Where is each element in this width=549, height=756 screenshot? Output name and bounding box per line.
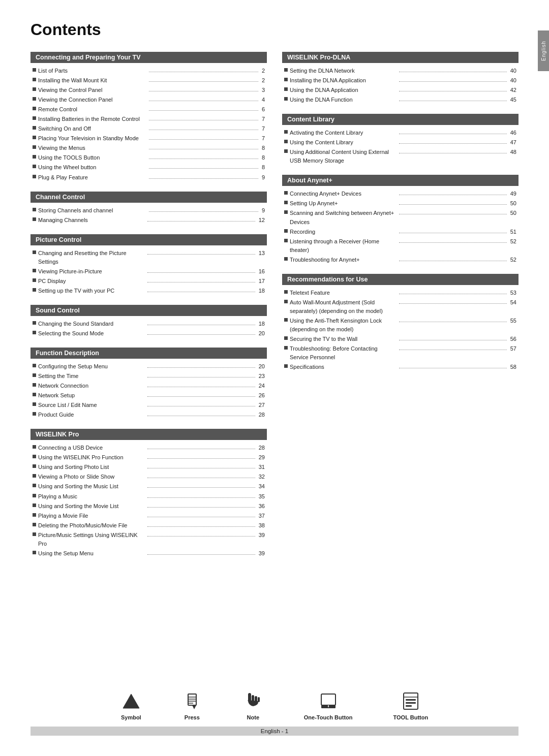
section-items-picture: Changing and Resetting the Picture Setti… — [30, 248, 267, 296]
item-dots — [399, 335, 507, 340]
bullet-icon — [33, 393, 36, 396]
bullet-icon — [284, 346, 288, 350]
list-item: Using the Wheel button8 — [33, 163, 265, 172]
bullet-icon — [33, 68, 36, 72]
list-item: Teletext Feature53 — [284, 288, 516, 298]
item-dots — [149, 86, 258, 91]
symbol-icon: Symbol — [121, 691, 141, 720]
list-item: Connecting Anynet+ Devices49 — [284, 189, 516, 199]
item-page: 36 — [257, 502, 265, 511]
item-page: 7 — [260, 115, 265, 123]
item-page: 7 — [260, 124, 265, 133]
item-page: 6 — [260, 105, 265, 114]
bullet-icon — [33, 503, 36, 507]
footer-icon-label: Note — [247, 714, 259, 720]
item-dots — [399, 129, 507, 134]
item-dots — [149, 144, 258, 149]
one-touch-icon — [318, 691, 339, 711]
footer-icons: Symbol Press Note One-Touch Button — [30, 691, 518, 720]
list-item: Deleting the Photo/Music/Movie File38 — [33, 521, 265, 530]
tool-button-icon: TOOL Button — [393, 691, 429, 720]
item-page: 8 — [260, 144, 265, 152]
press-icon: Press — [182, 691, 202, 720]
bullet-icon — [284, 97, 288, 101]
item-label: Using and Sorting Photo List — [38, 463, 146, 471]
list-item: Connecting a USB Device28 — [33, 443, 265, 453]
item-page: 55 — [508, 317, 516, 334]
item-label: Using the Anti-Theft Kensington Lock (de… — [290, 317, 398, 334]
item-page: 53 — [508, 289, 516, 297]
list-item: Setting up the TV with your PC18 — [33, 286, 265, 296]
bullet-icon — [33, 165, 36, 168]
list-item: Viewing a Photo or Slide Show32 — [33, 472, 265, 482]
item-dots — [399, 256, 507, 261]
footer-icon-label: Symbol — [121, 714, 141, 720]
item-label: Activating the Content Library — [290, 129, 398, 137]
item-label: Playing a Movie File — [38, 512, 146, 520]
section-items-sound: Changing the Sound Standard18Selecting t… — [30, 319, 267, 338]
item-page: 46 — [508, 129, 516, 137]
svg-rect-18 — [406, 705, 412, 707]
item-page: 18 — [257, 320, 265, 328]
list-item: Specifications58 — [284, 362, 516, 372]
bullet-icon — [284, 201, 288, 204]
section-wiselink: WISELINK ProConnecting a USB Device28Usi… — [30, 429, 267, 558]
item-page: 49 — [508, 190, 516, 198]
section-items-wiselink-dlna: Setting the DLNA Network40Installing the… — [282, 66, 518, 105]
item-dots — [399, 317, 507, 322]
bullet-icon — [33, 87, 36, 91]
item-dots — [399, 298, 507, 304]
item-page: 58 — [508, 363, 516, 371]
contents-layout: Connecting and Preparing Your TVList of … — [30, 52, 518, 568]
bullet-icon — [33, 175, 36, 178]
section-header-channel: Channel Control — [30, 192, 267, 203]
bullet-icon — [284, 300, 288, 303]
item-label: Playing a Music — [38, 492, 146, 501]
item-label: List of Parts — [38, 67, 147, 75]
section-header-sound: Sound Control — [30, 305, 267, 316]
list-item: Setting the DLNA Network40 — [284, 66, 516, 76]
item-dots — [147, 382, 255, 387]
section-header-connecting: Connecting and Preparing Your TV — [30, 52, 267, 63]
item-dots — [399, 76, 507, 82]
item-label: Changing and Resetting the Picture Setti… — [38, 249, 146, 266]
bullet-icon — [284, 336, 288, 340]
list-item: Picture/Music Settings Using WISELINK Pr… — [33, 530, 265, 549]
item-label: Viewing Picture-in-Picture — [38, 267, 146, 276]
bullet-icon — [33, 464, 36, 468]
list-item: Using and Sorting the Music List34 — [33, 482, 265, 491]
item-label: Using the DLNA Application — [290, 86, 398, 94]
item-dots — [399, 289, 507, 294]
item-label: Troubleshooting for Anynet+ — [290, 256, 398, 264]
bullet-icon — [33, 278, 36, 282]
section-items-connecting: List of Parts2Installing the Wall Mount … — [30, 66, 267, 182]
list-item: List of Parts2 — [33, 66, 265, 76]
list-item: Using and Sorting the Movie List36 — [33, 501, 265, 511]
item-label: Setting the Time — [38, 372, 146, 381]
item-label: Placing Your Television in Standby Mode — [38, 134, 147, 143]
item-label: Scanning and Switching between Anynet+ D… — [290, 209, 398, 226]
item-page: 4 — [260, 96, 265, 104]
list-item: Managing Channels12 — [33, 215, 265, 225]
list-item: Switching On and Off7 — [33, 124, 265, 134]
item-label: Using and Sorting the Music List — [38, 482, 146, 491]
item-dots — [149, 206, 258, 212]
list-item: Network Setup26 — [33, 391, 265, 400]
one-touch-icon: One-Touch Button — [304, 691, 353, 720]
list-item: Using and Sorting Photo List31 — [33, 462, 265, 472]
list-item: Recording51 — [284, 227, 516, 237]
bullet-icon — [284, 364, 288, 368]
side-tab: English — [538, 30, 549, 71]
item-label: Setting up the TV with your PC — [38, 287, 146, 295]
item-page: 8 — [260, 153, 265, 162]
item-label: Network Setup — [38, 391, 146, 400]
item-page: 2 — [260, 76, 265, 85]
item-dots — [147, 216, 255, 222]
item-page: 48 — [508, 148, 516, 165]
svg-rect-11 — [321, 694, 336, 705]
left-column: Connecting and Preparing Your TVList of … — [30, 52, 267, 568]
bullet-icon — [284, 318, 288, 322]
list-item: Product Guide28 — [33, 410, 265, 420]
list-item: Installing the Wall Mount Kit2 — [33, 76, 265, 85]
item-page: 9 — [260, 173, 265, 182]
